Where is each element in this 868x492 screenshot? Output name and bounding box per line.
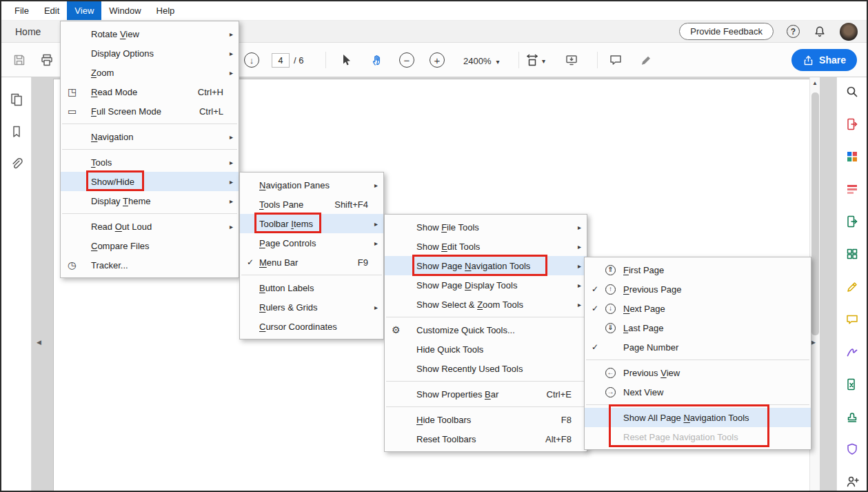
scrollbar-thumb[interactable]: [811, 92, 819, 335]
menu-item-read-mode[interactable]: ◳Read ModeCtrl+H: [61, 82, 239, 101]
submenu-arrow-icon: ▸: [572, 262, 581, 270]
stamp-tool-button[interactable]: [842, 409, 862, 426]
menu-item-navigation[interactable]: Navigation▸: [61, 127, 239, 146]
menu-item-customize-quick-tools[interactable]: ⚙Customize Quick Tools...: [385, 320, 587, 340]
menu-item-label: Page Number: [623, 342, 785, 353]
export-pdf-tool-button[interactable]: [842, 115, 862, 132]
submenu-arrow-icon: ▸: [368, 304, 378, 311]
menu-item-hide-quick-tools[interactable]: Hide Quick Tools: [385, 340, 587, 359]
page-thumbnails-button[interactable]: [7, 90, 26, 109]
menu-item-show-all-page-navigation-tools[interactable]: Show All Page Navigation Tools: [585, 408, 811, 427]
menu-item-page-number[interactable]: ✓Page Number: [585, 337, 811, 357]
highlight-tool-button[interactable]: [638, 52, 654, 68]
menu-file[interactable]: File: [7, 1, 37, 20]
menu-item-zoom[interactable]: Zoom▸: [61, 63, 239, 82]
search-tool-button[interactable]: [842, 83, 862, 100]
save-button[interactable]: [11, 52, 28, 68]
comment-tool-button[interactable]: [607, 52, 624, 68]
share-button[interactable]: Share: [791, 49, 857, 71]
zoom-in-button[interactable]: [430, 52, 445, 68]
menu-item-reset-toolbars[interactable]: Reset ToolbarsAlt+F8: [385, 429, 587, 449]
print-button[interactable]: [39, 52, 55, 68]
edit-pdf-tool-button[interactable]: [842, 278, 862, 295]
provide-feedback-button[interactable]: Provide Feedback: [679, 23, 774, 40]
menu-item-previous-view[interactable]: ←Previous View: [585, 363, 811, 382]
fill-sign-tool-button[interactable]: [842, 343, 862, 360]
select-tool-button[interactable]: [338, 52, 354, 68]
menu-edit[interactable]: Edit: [37, 1, 67, 20]
menu-item-first-page[interactable]: ⇑First Page: [585, 260, 811, 279]
menu-separator: [386, 406, 585, 407]
send-file-tool-button[interactable]: [842, 213, 862, 230]
scroll-up-button[interactable]: [810, 81, 820, 86]
checkmark-icon: ✓: [592, 304, 605, 313]
menu-item-show-page-navigation-tools[interactable]: Show Page Navigation Tools▸: [385, 256, 587, 275]
menu-item-compare-files[interactable]: Compare Files: [61, 236, 239, 255]
create-pdf-tool-button[interactable]: [842, 148, 862, 165]
menu-item-page-controls[interactable]: Page Controls▸: [240, 233, 383, 253]
bookmarks-button[interactable]: [7, 122, 26, 141]
fit-width-dropdown[interactable]: [525, 52, 545, 68]
menu-item-label: Reset Page Navigation Tools: [623, 432, 785, 442]
menu-item-last-page[interactable]: ⇓Last Page: [585, 318, 811, 337]
menu-item-next-page[interactable]: ✓↓Next Page: [585, 299, 811, 318]
page-display-button[interactable]: [563, 52, 580, 68]
menu-item-display-options[interactable]: Display Options▸: [61, 43, 239, 63]
avatar[interactable]: [840, 23, 858, 41]
menu-item-show-page-display-tools[interactable]: Show Page Display Tools▸: [385, 275, 587, 295]
comment-tool-rail-button[interactable]: [842, 311, 862, 328]
menu-item-show-hide[interactable]: Show/Hide▸: [61, 172, 239, 191]
submenu-arrow-icon: ▸: [223, 30, 233, 38]
menu-item-label: Show Page Navigation Tools: [416, 261, 561, 271]
menu-item-tools[interactable]: Tools▸: [61, 152, 239, 172]
organize-pages-tool-button[interactable]: [842, 180, 862, 197]
protect-tool-button[interactable]: [842, 441, 862, 458]
notifications-button[interactable]: [813, 25, 827, 39]
menu-view[interactable]: View: [67, 1, 101, 20]
menu-help[interactable]: Help: [149, 1, 183, 20]
menu-shortcut: Ctrl+E: [536, 389, 572, 400]
expand-right-panel-handle[interactable]: [811, 340, 816, 346]
tab-home[interactable]: Home: [1, 26, 54, 37]
menu-item-menu-bar[interactable]: ✓Menu BarF9: [240, 253, 383, 272]
left-panel-rail: [1, 77, 32, 491]
menu-item-full-screen-mode[interactable]: ▭Full Screen ModeCtrl+L: [61, 101, 239, 121]
menu-item-next-view[interactable]: →Next View: [585, 382, 811, 402]
menu-item-show-file-tools[interactable]: Show File Tools▸: [385, 217, 587, 237]
menu-item-rulers-grids[interactable]: Rulers & Grids▸: [240, 297, 383, 317]
convert-excel-tool-button[interactable]: [842, 375, 862, 393]
collapse-left-panel-handle[interactable]: [37, 340, 41, 346]
menu-item-hide-toolbars[interactable]: Hide ToolbarsF8: [385, 410, 587, 429]
convert-grid-tool-button[interactable]: [842, 246, 862, 263]
menu-item-read-out-loud[interactable]: Read Out Loud▸: [61, 217, 239, 236]
menu-item-tools-pane[interactable]: Tools PaneShift+F4: [240, 195, 383, 214]
zoom-out-button[interactable]: [399, 52, 414, 68]
menu-item-show-recently-used-tools[interactable]: Show Recently Used Tools: [385, 359, 587, 378]
page-number-input[interactable]: [272, 53, 290, 68]
menu-item-cursor-coordinates[interactable]: Cursor Coordinates: [240, 317, 383, 336]
menu-item-display-theme[interactable]: Display Theme▸: [61, 191, 239, 210]
prev-page-icon: ↑: [605, 284, 616, 295]
next-page-button[interactable]: [244, 52, 259, 68]
menu-item-previous-page[interactable]: ✓↑Previous Page: [585, 279, 811, 299]
menu-item-show-edit-tools[interactable]: Show Edit Tools▸: [385, 237, 587, 256]
menu-item-show-select-zoom-tools[interactable]: Show Select & Zoom Tools▸: [385, 295, 587, 314]
menu-item-show-properties-bar[interactable]: Show Properties BarCtrl+E: [385, 384, 587, 404]
menu-separator: [241, 275, 382, 275]
menu-item-button-labels[interactable]: Button Labels: [240, 278, 383, 297]
help-button[interactable]: ?: [787, 25, 800, 38]
submenu-arrow-icon: ▸: [223, 50, 233, 57]
menu-item-rotate-view[interactable]: Rotate View▸: [61, 24, 239, 43]
menu-item-navigation-panes[interactable]: Navigation Panes▸: [240, 175, 383, 195]
submenu-arrow-icon: ▸: [223, 178, 233, 186]
read-mode-icon: ◳: [68, 87, 77, 97]
zoom-level-dropdown[interactable]: 2400%: [459, 53, 504, 68]
show-hide-submenu: Navigation Panes▸Tools PaneShift+F4Toolb…: [239, 172, 384, 340]
menu-item-toolbar-items[interactable]: Toolbar Items▸: [240, 214, 383, 233]
menu-window[interactable]: Window: [101, 1, 148, 20]
more-tools-button[interactable]: [842, 473, 862, 491]
attachments-button[interactable]: [7, 155, 26, 174]
menu-item-label: Next Page: [623, 304, 785, 314]
hand-tool-button[interactable]: [369, 52, 385, 68]
menu-item-tracker[interactable]: ◷Tracker...: [61, 255, 239, 275]
